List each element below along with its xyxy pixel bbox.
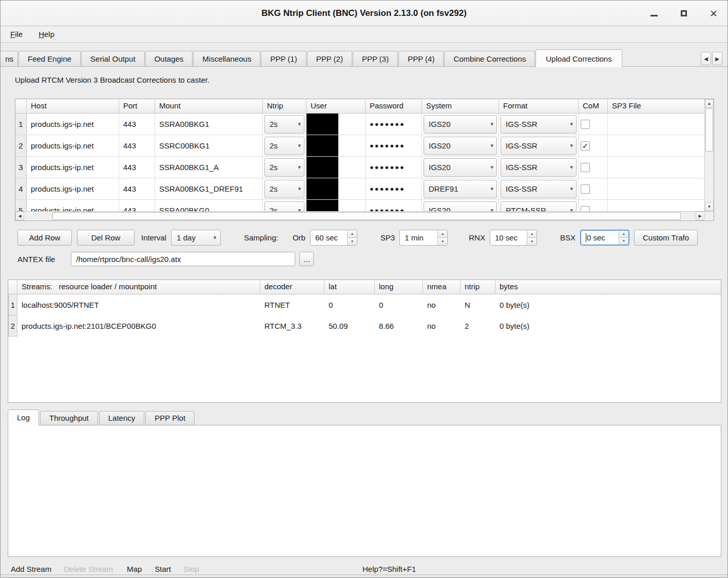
- stream-long[interactable]: 8.66: [375, 315, 423, 337]
- tab-log[interactable]: Log: [8, 409, 39, 425]
- password-cell[interactable]: ●●●●●●●: [366, 114, 422, 135]
- row-number[interactable]: 2: [15, 135, 27, 156]
- system-select[interactable]: DREF91 ▾: [424, 180, 497, 198]
- sp3-file-cell[interactable]: [608, 178, 704, 199]
- spin-up-icon[interactable]: ▲: [527, 230, 537, 238]
- ntrip-version-select[interactable]: 2s ▾: [264, 201, 304, 213]
- header-user[interactable]: User: [306, 99, 366, 113]
- system-select[interactable]: IGS20 ▾: [424, 201, 497, 213]
- stream-decoder[interactable]: RTNET: [260, 294, 324, 315]
- maximize-button[interactable]: [677, 7, 691, 20]
- row-number[interactable]: 3: [15, 157, 27, 178]
- mount-cell[interactable]: SSRA00BKG1_A: [155, 157, 263, 178]
- header-ntrip[interactable]: Ntrip: [263, 99, 306, 113]
- tab-combine-corrections[interactable]: Combine Corrections: [444, 51, 535, 67]
- host-cell[interactable]: products.igs-ip.net: [27, 178, 119, 199]
- sp3-spinbox[interactable]: 1 min ▲ ▼: [399, 230, 448, 246]
- sp3-file-cell[interactable]: [608, 200, 704, 212]
- sp3-file-cell[interactable]: [608, 157, 704, 178]
- streams-header-long[interactable]: long: [375, 280, 423, 294]
- streams-header-lat[interactable]: lat: [324, 280, 375, 294]
- rnx-spinbox[interactable]: 10 sec ▲ ▼: [490, 230, 537, 246]
- stream-nmea[interactable]: no: [423, 315, 461, 337]
- tab-upload-corrections[interactable]: Upload Corrections: [535, 49, 622, 67]
- scroll-right-button[interactable]: ▶: [696, 212, 704, 220]
- stream-long[interactable]: 0: [375, 294, 423, 315]
- stream-row-number[interactable]: 1: [8, 294, 17, 315]
- ntrip-version-select[interactable]: 2s ▾: [264, 180, 304, 198]
- user-cell[interactable]: [306, 200, 366, 212]
- spin-down-icon[interactable]: ▼: [527, 238, 537, 245]
- stream-lat[interactable]: 50.09: [324, 315, 375, 337]
- port-cell[interactable]: 443: [119, 135, 155, 156]
- mount-cell[interactable]: SSRA00BKG0: [155, 200, 263, 212]
- ntrip-version-select[interactable]: 2s ▾: [264, 158, 304, 177]
- format-select[interactable]: IGS-SSR ▾: [501, 137, 577, 155]
- streams-header-mountpoint[interactable]: Streams: resource loader / mountpoint: [17, 280, 260, 294]
- sp3-file-cell[interactable]: [608, 114, 704, 135]
- start-button[interactable]: Start: [155, 565, 171, 573]
- add-row-button[interactable]: Add Row: [17, 230, 72, 246]
- streams-header-nmea[interactable]: nmea: [423, 280, 461, 294]
- format-select[interactable]: IGS-SSR ▾: [501, 158, 577, 177]
- stream-bytes[interactable]: 0 byte(s): [495, 315, 529, 337]
- port-cell[interactable]: 443: [119, 114, 155, 135]
- header-mount[interactable]: Mount: [155, 99, 263, 113]
- header-port[interactable]: Port: [119, 99, 155, 113]
- tab-outages[interactable]: Outages: [145, 51, 193, 67]
- format-select[interactable]: IGS-SSR ▾: [501, 180, 577, 198]
- spin-down-icon[interactable]: ▼: [348, 238, 357, 245]
- antex-browse-button[interactable]: ...: [299, 252, 314, 266]
- com-checkbox[interactable]: [581, 163, 590, 172]
- port-cell[interactable]: 443: [119, 178, 155, 199]
- streams-header-ntrip[interactable]: ntrip: [461, 280, 495, 294]
- com-checkbox-checked[interactable]: ✓: [581, 141, 590, 151]
- user-cell[interactable]: [306, 178, 366, 199]
- tab-ppp-plot[interactable]: PPP Plot: [145, 411, 195, 425]
- header-system[interactable]: System: [422, 99, 499, 113]
- menu-help[interactable]: Help: [37, 29, 55, 40]
- interval-select[interactable]: 1 day ▾: [171, 230, 221, 246]
- password-cell[interactable]: ●●●●●●●: [366, 157, 422, 178]
- mount-cell[interactable]: SSRC00BKG1: [155, 135, 263, 156]
- tab-ppp-1[interactable]: PPP (1): [261, 51, 306, 67]
- log-output-area[interactable]: [8, 425, 721, 557]
- tab-scroll-left-button[interactable]: ◀: [701, 52, 711, 65]
- tab-latency[interactable]: Latency: [99, 411, 145, 425]
- stream-nmea[interactable]: no: [423, 294, 461, 315]
- host-cell[interactable]: products.igs-ip.net: [27, 157, 119, 178]
- user-cell[interactable]: [306, 135, 366, 156]
- row-number[interactable]: 4: [15, 178, 27, 199]
- vertical-scrollbar-thumb[interactable]: [705, 108, 713, 152]
- antex-file-input[interactable]: /home/rtproc/bnc-call/igs20.atx: [71, 252, 295, 266]
- header-password[interactable]: Password: [366, 99, 422, 113]
- stream-mountpoint[interactable]: localhost:9005/RTNET: [17, 294, 260, 315]
- spin-down-icon[interactable]: ▼: [438, 238, 447, 245]
- scroll-up-button[interactable]: ▲: [705, 99, 714, 108]
- port-cell[interactable]: 443: [119, 200, 155, 212]
- streams-header-bytes[interactable]: bytes: [495, 280, 721, 294]
- header-com[interactable]: CoM: [579, 99, 608, 113]
- com-checkbox[interactable]: [581, 184, 590, 194]
- ntrip-version-select[interactable]: 2s ▾: [264, 137, 304, 155]
- custom-trafo-button[interactable]: Custom Trafo: [634, 230, 698, 246]
- header-format[interactable]: Format: [499, 99, 579, 113]
- stream-mountpoint[interactable]: products.igs-ip.net:2101/BCEP00BKG0: [17, 315, 260, 337]
- row-number[interactable]: 1: [15, 114, 27, 135]
- stream-bytes[interactable]: 0 byte(s): [495, 294, 529, 315]
- spin-up-icon[interactable]: ▲: [438, 230, 447, 238]
- horizontal-scrollbar[interactable]: ◀ ▶: [15, 211, 714, 220]
- stream-row-number[interactable]: 2: [8, 315, 17, 337]
- host-cell[interactable]: products.igs-ip.net: [27, 135, 119, 156]
- host-cell[interactable]: products.igs-ip.net: [27, 200, 119, 212]
- row-number[interactable]: 5: [15, 200, 27, 212]
- password-cell[interactable]: ●●●●●●●: [366, 178, 422, 199]
- tab-feed-engine[interactable]: Feed Engine: [18, 51, 81, 67]
- format-select[interactable]: IGS-SSR ▾: [501, 115, 577, 134]
- port-cell[interactable]: 443: [119, 157, 155, 178]
- del-row-button[interactable]: Del Row: [77, 230, 135, 246]
- menu-file[interactable]: File: [9, 29, 24, 40]
- tab-clipped[interactable]: ns: [1, 51, 18, 67]
- stream-ntrip[interactable]: 2: [461, 315, 495, 337]
- spin-up-icon[interactable]: ▲: [619, 231, 628, 238]
